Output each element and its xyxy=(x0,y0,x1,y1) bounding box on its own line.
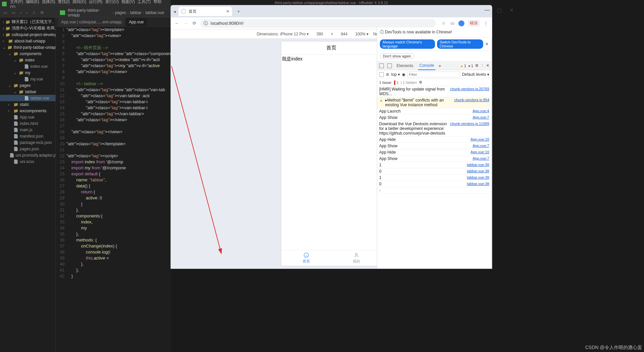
levels-dropdown[interactable]: Default levels ▾ xyxy=(462,72,489,77)
address-bar[interactable]: ⓘ localhost:8080/#/ xyxy=(200,19,436,28)
log-row[interactable]: 1 tabbar.vue:38 xyxy=(377,175,491,181)
back-icon[interactable]: ← xyxy=(174,21,180,26)
tree-fold[interactable]: ›📁static xyxy=(0,101,56,108)
tree-file[interactable]: 📄index.html xyxy=(0,120,56,127)
window-min-icon[interactable]: — xyxy=(482,7,492,13)
issues-row[interactable]: 1 Issue: ▌1 | 1 hidden ⚙ xyxy=(377,79,491,86)
log-source-link[interactable]: tabbar.vue:38 xyxy=(467,175,489,180)
menu-item[interactable]: 选择(S) xyxy=(42,0,55,4)
more-icon[interactable]: ⋮ xyxy=(480,63,484,68)
tab-back-icon[interactable]: ◂ xyxy=(174,9,176,14)
log-source-link[interactable]: tabbar.vue:38 xyxy=(467,169,489,174)
height-input[interactable]: 844 xyxy=(338,32,350,36)
site-info-icon[interactable]: ⓘ xyxy=(204,20,208,26)
window-close-icon[interactable]: ✕ xyxy=(506,7,516,13)
log-source-link[interactable]: chunk-vendors.js:20769 xyxy=(450,87,489,96)
tree-file[interactable]: 📄pages.json xyxy=(0,146,56,152)
tree-file[interactable]: 📄uni.promisify.adaptor.js xyxy=(0,152,56,158)
toolbar-open-icon[interactable]: ▭ xyxy=(3,10,7,15)
log-row[interactable]: 1 tabbar.vue:38 xyxy=(377,162,491,168)
inspect-icon[interactable] xyxy=(379,63,384,68)
log-row[interactable]: App Hide App.vue:10 xyxy=(377,149,491,156)
log-source-link[interactable]: tabbar.vue:38 xyxy=(467,182,489,186)
issues-gear-icon[interactable]: ⚙ xyxy=(419,80,422,84)
filter-input[interactable] xyxy=(407,71,460,77)
log-row[interactable]: 0 tabbar.vue:38 xyxy=(377,181,491,187)
error-badge[interactable]: 错误 xyxy=(468,20,480,27)
tree-fold[interactable]: ⌄📁my xyxy=(0,69,56,76)
tree-file[interactable]: 📄index.vue xyxy=(0,63,56,69)
log-row[interactable]: 0 tabbar.vue:38 xyxy=(377,168,491,175)
log-row[interactable]: App Launch App.vue:4 xyxy=(377,108,491,115)
log-row[interactable]: App Show App.vue:7 xyxy=(377,156,491,162)
log-row[interactable]: App Show App.vue:7 xyxy=(377,143,491,149)
menu-item[interactable]: 运行(R) xyxy=(89,0,103,4)
zoom-dropdown[interactable]: 100% ▾ xyxy=(355,32,368,36)
chip-dont-show[interactable]: Don't show again xyxy=(380,53,414,59)
breadcrumb-item[interactable]: pages xyxy=(115,10,126,15)
clear-console-icon[interactable]: ⊘ xyxy=(386,72,389,77)
log-source-link[interactable]: App.vue:10 xyxy=(470,137,489,142)
refresh-icon[interactable]: ⟳ xyxy=(40,10,44,15)
tree-fold[interactable]: ⌄📁index xyxy=(0,57,56,63)
window-max-icon[interactable]: ▢ xyxy=(494,7,504,13)
tree-fold[interactable]: ›📁wxcomponents xyxy=(0,108,56,114)
chip-match-lang[interactable]: Always match Chrome's language xyxy=(380,39,435,49)
tab-close-icon[interactable]: ✕ xyxy=(226,9,229,14)
tree-file[interactable]: 📄tabbar.vue xyxy=(0,95,56,101)
tree-file[interactable]: 📄manifest.json xyxy=(0,133,56,139)
toolbar-save-icon[interactable]: ▭ xyxy=(12,10,15,15)
breadcrumb-item[interactable]: third-party-tabbar-uniapp xyxy=(68,8,111,17)
log-source-link[interactable]: App.vue:7 xyxy=(472,156,489,161)
menu-item[interactable]: 发行(U) xyxy=(105,0,119,4)
menu-item[interactable]: 工具(T) xyxy=(137,0,150,4)
nav-back-icon[interactable]: ‹ xyxy=(20,10,21,15)
error-count[interactable]: 1 xyxy=(468,64,473,68)
log-source-link[interactable]: tabbar.vue:38 xyxy=(467,163,489,167)
log-row[interactable]: [HMR] Waiting for update signal from WDS… xyxy=(377,86,491,97)
breadcrumb-item[interactable]: tabbar.vue xyxy=(145,10,164,15)
profile-avatar[interactable] xyxy=(458,20,464,26)
warn-count[interactable]: 1 xyxy=(460,64,466,68)
forward-icon[interactable]: → xyxy=(183,21,188,26)
star-icon[interactable]: ☆ xyxy=(32,10,36,15)
tree-fold[interactable]: ›📁消息中心-VUE模板 布局、样式、JS分离 xyxy=(0,25,56,31)
browser-tab[interactable]: 首页 ✕ xyxy=(179,7,232,16)
editor-tab[interactable]: App.vue | colloquial......ent-uniapp xyxy=(58,18,125,26)
console-prompt[interactable]: › xyxy=(377,187,491,194)
tree-fold[interactable]: ⌄📁tabbar xyxy=(0,89,56,95)
close-icon[interactable]: ✕ xyxy=(486,63,489,68)
tree-file[interactable]: 📄App.vue xyxy=(0,114,56,120)
tree-fold[interactable]: ›📁about-ball-uniapp xyxy=(0,38,56,44)
log-source-link[interactable]: chunk-vendors.js:954 xyxy=(454,98,489,107)
bookmark-icon[interactable]: ☆ xyxy=(441,21,446,26)
tree-fold[interactable]: ⌄📁pages xyxy=(0,82,56,89)
settings-icon[interactable]: ⚙ xyxy=(475,63,478,68)
reload-icon[interactable]: ⟳ xyxy=(192,21,197,26)
width-input[interactable]: 390 xyxy=(313,32,326,36)
menu-item[interactable]: 跳转(G) xyxy=(73,0,86,4)
banner-close-icon[interactable]: ✕ xyxy=(485,42,489,46)
menu-item[interactable]: 视图(V) xyxy=(121,0,135,4)
tree-fold[interactable]: ›📁colloquial-project-development-uniapp xyxy=(0,31,56,38)
log-row[interactable]: App Show App.vue:7 xyxy=(377,115,491,121)
menu-item[interactable]: 编辑(E) xyxy=(26,0,39,4)
tab-console[interactable]: Console xyxy=(418,61,435,70)
tab-elements[interactable]: Elements xyxy=(395,63,415,68)
dimensions-dropdown[interactable]: Dimensions: iPhone 12 Pro ▾ xyxy=(257,32,309,36)
panel-icon[interactable]: ▭ xyxy=(450,21,455,26)
log-source-link[interactable]: App.vue:7 xyxy=(472,115,489,120)
more-icon[interactable]: ⋮ xyxy=(483,21,489,26)
log-source-link[interactable]: App.vue:7 xyxy=(472,144,489,148)
log-source-link[interactable]: chunk-vendors.js:11589 xyxy=(450,122,489,136)
sidebar-toggle-icon[interactable] xyxy=(379,72,384,77)
tree-fold[interactable]: ⌄📁components xyxy=(0,50,56,57)
tabs-more-icon[interactable]: » xyxy=(439,63,441,68)
chip-switch-lang[interactable]: Switch DevTools to Chinese xyxy=(437,39,483,49)
log-source-link[interactable]: App.vue:10 xyxy=(470,150,489,155)
device-icon[interactable] xyxy=(387,63,392,68)
tree-file[interactable]: 📄my.vue xyxy=(0,76,56,82)
log-row[interactable]: App Hide App.vue:10 xyxy=(377,137,491,143)
tabbar-item[interactable]: 首页 xyxy=(281,250,331,266)
tree-file[interactable]: 📄main.js xyxy=(0,127,56,133)
